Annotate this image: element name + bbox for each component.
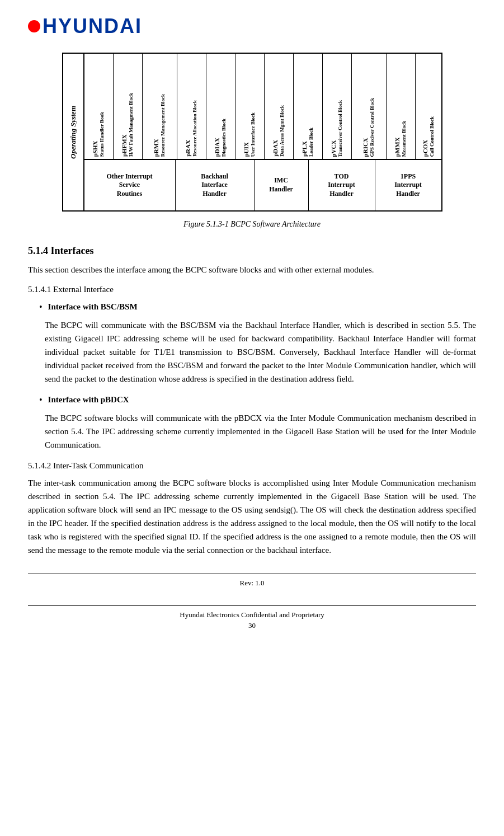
col-pUIX: pUIX User Interface Block bbox=[235, 54, 265, 159]
logo-circle-icon bbox=[28, 20, 40, 32]
bullet-dot-1: • bbox=[39, 300, 43, 314]
col-pHFMX: pHFMX H/W Fault Managment Block bbox=[114, 54, 143, 159]
col-pRMX: pRMX Resource Management Block bbox=[143, 54, 177, 159]
section-intro: This section describes the interface amo… bbox=[28, 263, 476, 276]
footer-rev: Rev: 1.0 bbox=[28, 574, 476, 589]
col-pCOX: pCOX Call Control Block bbox=[416, 54, 441, 159]
cell-backhaul: BackhaulInterfaceHandler bbox=[176, 160, 255, 210]
col-pVCX: pVCX Transceiver Control Block bbox=[323, 54, 352, 159]
footer: Rev: 1.0 Hyundai Electronics Confidentia… bbox=[28, 574, 476, 631]
col-pDAX: pDAX Data Acess Mgmt Block bbox=[265, 54, 294, 159]
architecture-diagram: Operating System pSHX Status Handler Boo… bbox=[62, 53, 442, 212]
col-pRICX: pRICX GPS Reciver Control Block bbox=[352, 54, 387, 159]
col-pDIAX: pDIAX Diagnostics Block bbox=[206, 54, 235, 159]
sub-heading-5141: 5.1.4.1 External Interface bbox=[28, 283, 476, 296]
cell-other-isr: Other InterruptServiceRoutines bbox=[84, 160, 176, 210]
figure-caption: Figure 5.1.3-1 BCPC Software Architectur… bbox=[28, 218, 476, 230]
bottom-row: Other InterruptServiceRoutines BackhaulI… bbox=[84, 160, 441, 210]
top-row: pSHX Status Handler Book pHFMX H/W Fault… bbox=[84, 54, 441, 160]
footer-confidential: Hyundai Electronics Confidential and Pro… bbox=[28, 605, 476, 621]
logo-area: HYUNDAI bbox=[28, 11, 476, 41]
col-pRAX: pRAX Resource Allocation Block bbox=[177, 54, 206, 159]
os-label: Operating System bbox=[68, 106, 79, 159]
col-pPLX: pPLX Loader Block bbox=[294, 54, 323, 159]
section-5142-body: The inter-task communication among the B… bbox=[28, 476, 476, 557]
bullet-body-bsc: The BCPC will communicate with the BSC/B… bbox=[45, 318, 476, 386]
section-514: 5.1.4 Interfaces This section describes … bbox=[28, 243, 476, 557]
bullet-item-pbdcx: • Interface with pBDCX bbox=[39, 393, 476, 407]
os-label-wrapper: Operating System bbox=[63, 54, 84, 210]
bullet-item-bsc: • Interface with BSC/BSM bbox=[39, 300, 476, 314]
cell-1pps-handler: 1PPSInterruptHandler bbox=[375, 160, 441, 210]
cell-imc-handler: IMCHandler bbox=[255, 160, 309, 210]
bullet-label-pbdcx: Interface with pBDCX bbox=[48, 393, 129, 407]
section-heading-514: 5.1.4 Interfaces bbox=[28, 243, 476, 259]
page-number: 30 bbox=[28, 620, 476, 631]
col-pMMX: pMMX Measment Block bbox=[387, 54, 416, 159]
cell-tod-handler: TODInterruptHandler bbox=[309, 160, 375, 210]
bullet-label-bsc: Interface with BSC/BSM bbox=[48, 300, 138, 314]
col-pSHX: pSHX Status Handler Book bbox=[84, 54, 114, 159]
bullet-dot-2: • bbox=[39, 393, 43, 407]
logo-text: HYUNDAI bbox=[43, 11, 142, 41]
bullet-body-pbdcx: The BCPC software blocks will communicat… bbox=[45, 411, 476, 452]
sub-heading-5142: 5.1.4.2 Inter-Task Communication bbox=[28, 459, 476, 472]
diagram-right: pSHX Status Handler Book pHFMX H/W Fault… bbox=[84, 54, 441, 210]
